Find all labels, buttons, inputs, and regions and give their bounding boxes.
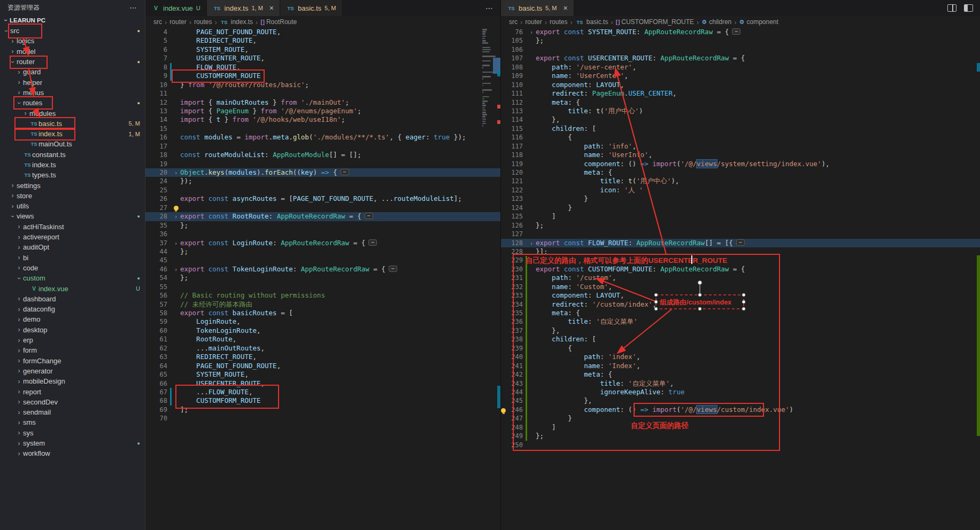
fold-chevron-icon[interactable]: › <box>527 28 536 36</box>
code-line-27[interactable]: 27 <box>145 204 500 212</box>
breadcrumb-item-router[interactable]: router <box>169 18 186 26</box>
code-line-241[interactable]: 241 name: 'Index', <box>501 362 980 370</box>
code-line-228[interactable]: 228}]; <box>501 247 980 256</box>
tree-item-desktop[interactable]: ›desktop <box>0 325 145 335</box>
tab-index.ts[interactable]: TSindex.ts1, M× <box>207 0 280 16</box>
code-line-15[interactable]: 15 <box>145 124 500 133</box>
code-line-7[interactable]: 7 USERCENTER_ROUTE, <box>145 54 500 63</box>
tree-item-mobileDesign[interactable]: ›mobileDesign <box>0 376 145 386</box>
code-line-16[interactable]: 16const modules = import.meta.glob('./mo… <box>145 133 500 142</box>
code-line-114[interactable]: 114 }, <box>501 115 980 124</box>
code-line-248[interactable]: 248 ] <box>501 423 980 432</box>
code-line-6[interactable]: 6 SYSTEM_ROUTE, <box>145 45 500 54</box>
code-line-108[interactable]: 108 path: '/user-center', <box>501 63 980 72</box>
code-line-54[interactable]: 54}; <box>145 274 500 282</box>
breadcrumb-item-basic.ts[interactable]: TSbasic.ts <box>575 18 608 26</box>
breadcrumb-item-src[interactable]: src <box>153 18 162 26</box>
tree-item-workflow[interactable]: ›workflow <box>0 448 145 458</box>
code-line-243[interactable]: 243 title: '自定义菜单', <box>501 379 980 388</box>
code-line-247[interactable]: 247 } <box>501 414 980 423</box>
lightbulb-icon[interactable] <box>501 408 506 413</box>
tree-item-dashboard[interactable]: ›dashboard <box>0 294 145 304</box>
code-line-105[interactable]: 105}; <box>501 36 980 45</box>
code-line-118[interactable]: 118 name: 'UserInfo', <box>501 151 980 159</box>
tree-item-basic.ts[interactable]: TSbasic.ts5, M <box>0 119 145 129</box>
breadcrumb-item-routes[interactable]: routes <box>194 18 212 26</box>
tree-item-secondDev[interactable]: ›secondDev <box>0 397 145 407</box>
tree-item-actHiTaskinst[interactable]: ›actHiTaskinst <box>0 222 145 232</box>
code-line-246[interactable]: 246 component: () => import('/@/views/cu… <box>501 406 980 414</box>
tree-item-settings[interactable]: ›settings <box>0 180 145 190</box>
code-line-67[interactable]: 67 ...FLOW_ROUTE, <box>145 388 500 396</box>
tree-item-code[interactable]: ›code <box>0 263 145 273</box>
tree-item-generator[interactable]: ›generator <box>0 366 145 376</box>
code-line-116[interactable]: 116 { <box>501 133 980 142</box>
tree-item-sys[interactable]: ›sys <box>0 428 145 438</box>
tree-item-auditOpt[interactable]: ›auditOpt <box>0 242 145 252</box>
code-line-57[interactable]: 57// 未经许可的基本路由 <box>145 300 500 309</box>
code-line-35[interactable]: 35}; <box>145 221 500 230</box>
code-line-123[interactable]: 123 } <box>501 194 980 203</box>
code-line-111[interactable]: 111 redirect: PageEnum.USER_CENTER, <box>501 89 980 98</box>
code-line-127[interactable]: 127 <box>501 230 980 238</box>
code-line-46[interactable]: 46›export const TokenLoginRoute: AppRout… <box>145 265 500 274</box>
code-line-61[interactable]: 61 RootRoute, <box>145 335 500 344</box>
code-line-9[interactable]: 9 CUSTOMFORM_ROUTE <box>145 72 500 80</box>
code-line-240[interactable]: 240 path: 'index', <box>501 353 980 361</box>
code-line-66[interactable]: 66 USERCENTER_ROUTE, <box>145 379 500 388</box>
fold-chevron-icon[interactable]: › <box>527 239 536 247</box>
folded-code-ellipsis[interactable]: ⋯ <box>736 239 745 246</box>
tree-item-system[interactable]: ›system● <box>0 438 145 448</box>
code-line-232[interactable]: 232 name: 'Custom', <box>501 283 980 291</box>
code-line-124[interactable]: 124 } <box>501 204 980 212</box>
code-line-115[interactable]: 115 children: [ <box>501 124 980 133</box>
breadcrumb-item-CUSTOMFORM_ROUTE[interactable]: [ ]CUSTOMFORM_ROUTE <box>616 18 694 26</box>
close-icon[interactable]: × <box>563 4 567 12</box>
code-line-59[interactable]: 59 LoginRoute, <box>145 317 500 326</box>
code-line-117[interactable]: 117 path: 'info', <box>501 142 980 151</box>
code-line-28[interactable]: 28›export const RootRoute: AppRouteRecor… <box>145 212 500 221</box>
tree-item-report[interactable]: ›report <box>0 386 145 396</box>
tree-item-modules[interactable]: ›modules <box>0 108 145 118</box>
overview-ruler[interactable] <box>977 0 980 530</box>
fold-chevron-icon[interactable]: › <box>172 239 180 247</box>
folded-code-ellipsis[interactable]: ⋯ <box>732 28 740 35</box>
tree-item-src[interactable]: ›src● <box>0 26 145 36</box>
code-line-12[interactable]: 12import { mainOutRoutes } from './mainO… <box>145 98 500 107</box>
tree-item-router[interactable]: ›router● <box>0 57 145 67</box>
code-line-69[interactable]: 69]; <box>145 406 500 414</box>
code-line-20[interactable]: 20›Object.keys(modules).forEach((key) =>… <box>145 168 500 177</box>
fold-chevron-icon[interactable]: › <box>172 212 180 221</box>
tree-item-routes[interactable]: ›routes● <box>0 98 145 108</box>
code-line-236[interactable]: 236 title: '自定义菜单' <box>501 317 980 326</box>
tree-item-model[interactable]: ›model <box>0 46 145 57</box>
breadcrumb-item-routes[interactable]: routes <box>550 18 567 26</box>
code-line-242[interactable]: 242 meta: { <box>501 370 980 379</box>
code-line-235[interactable]: 235 meta: { <box>501 309 980 317</box>
code-line-233[interactable]: 233 component: LAYOUT, <box>501 291 980 300</box>
tree-item-index.ts[interactable]: TSindex.ts1, M <box>0 129 145 139</box>
code-line-19[interactable]: 19 <box>145 160 500 168</box>
more-actions-icon[interactable]: ⋯ <box>129 3 137 12</box>
workspace-section-header[interactable]: › LEARUN PC <box>0 15 145 26</box>
code-line-229[interactable]: 229 <box>501 256 980 264</box>
more-actions-icon[interactable]: ⋯ <box>485 4 493 12</box>
code-line-8[interactable]: 8 FLOW_ROUTE, <box>145 63 500 72</box>
code-line-25[interactable]: 25 <box>145 186 500 194</box>
tree-item-guard[interactable]: ›guard <box>0 67 145 77</box>
code-line-58[interactable]: 58export const basicRoutes = [ <box>145 309 500 317</box>
breadcrumb-item-index.ts[interactable]: TSindex.ts <box>220 18 253 26</box>
code-line-14[interactable]: 14import { t } from '/@/hooks/web/useI18… <box>145 115 500 124</box>
tree-item-sms[interactable]: ›sms <box>0 417 145 427</box>
breadcrumb-item-component[interactable]: ⚙component <box>739 18 778 26</box>
code-line-109[interactable]: 109 name: 'UserCenter', <box>501 72 980 80</box>
code-line-119[interactable]: 119 component: () => import('/@/views/sy… <box>501 160 980 168</box>
code-line-18[interactable]: 18const routeModuleList: AppRouteModule[… <box>145 151 500 159</box>
code-line-55[interactable]: 55 <box>145 283 500 291</box>
code-line-11[interactable]: 11 <box>145 89 500 98</box>
tree-item-activereport[interactable]: ›activereport <box>0 232 145 242</box>
code-line-231[interactable]: 231 path: '/custom', <box>501 274 980 282</box>
breadcrumb-item-src[interactable]: src <box>509 18 518 26</box>
code-line-107[interactable]: 107export const USERCENTER_ROUTE: AppRou… <box>501 54 980 63</box>
tree-item-bi[interactable]: ›bi <box>0 253 145 263</box>
